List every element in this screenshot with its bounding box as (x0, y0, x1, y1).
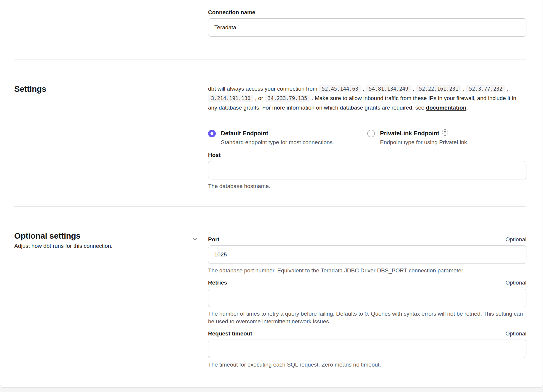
radio-selected-icon[interactable] (208, 130, 216, 137)
connection-name-left-spacer (14, 9, 198, 37)
port-label: Port (208, 236, 219, 243)
radio-unselected-icon[interactable] (367, 130, 375, 137)
ip-address-chip: 52.3.77.232 (466, 85, 505, 92)
host-label: Host (208, 152, 526, 159)
optional-settings-section: Optional settings Adjust how dbt runs fo… (0, 207, 543, 372)
connection-name-field: Connection name (208, 9, 526, 37)
request-timeout-label: Request timeout (208, 330, 252, 337)
right-edge-border (542, 0, 542, 392)
endpoint-radio-group: Default Endpoint Standard endpoint type … (208, 129, 526, 146)
optional-settings-heading-block: Optional settings Adjust how dbt runs fo… (14, 231, 113, 250)
ip-address-chip: 54.81.134.249 (366, 85, 411, 92)
retries-help-text: The number of times to retry a query bef… (208, 310, 526, 325)
ip-address-chip: 34.233.79.135 (265, 95, 310, 102)
connection-settings-card: Connection name Settings dbt will always… (0, 0, 543, 387)
host-field: Host The database hostname. (208, 152, 526, 190)
ip-address-chip: 52.45.144.63 (319, 85, 361, 92)
connection-name-input[interactable] (208, 18, 526, 37)
optional-settings-heading-col: Optional settings Adjust how dbt runs fo… (14, 231, 198, 369)
radio-default-endpoint-description: Standard endpoint type for most connecti… (221, 139, 334, 146)
optional-settings-heading: Optional settings (14, 231, 113, 241)
radio-privatelink-endpoint-description: Endpoint type for using PrivateLink. (380, 139, 469, 146)
request-timeout-label-row: Request timeout Optional (208, 330, 526, 337)
optional-settings-form-col: Port Optional The database port number. … (208, 236, 526, 369)
ip-address-chip: 52.22.161.231 (416, 85, 461, 92)
request-timeout-field: Request timeout Optional The timeout for… (208, 330, 526, 369)
retries-input[interactable] (208, 289, 526, 307)
connection-name-label: Connection name (208, 9, 526, 16)
chevron-down-icon (191, 236, 198, 242)
request-timeout-help-text: The timeout for executing each SQL reque… (208, 361, 526, 369)
host-help-text: The database hostname. (208, 182, 526, 190)
connection-name-section: Connection name (0, 0, 543, 60)
retries-optional-badge: Optional (505, 279, 526, 286)
settings-heading-col: Settings (14, 84, 198, 190)
retries-label-row: Retries Optional (208, 279, 526, 286)
settings-form-col: dbt will always access your connection f… (208, 84, 526, 190)
documentation-link[interactable]: documentation (426, 105, 466, 111)
settings-heading: Settings (14, 84, 198, 94)
radio-privatelink-endpoint-label: PrivateLink Endpoint ? (380, 129, 469, 137)
retries-label: Retries (208, 279, 227, 286)
radio-privatelink-endpoint[interactable]: PrivateLink Endpoint ? Endpoint type for… (367, 129, 526, 146)
question-circle-icon[interactable]: ? (442, 129, 448, 136)
port-field: Port Optional The database port number. … (208, 236, 526, 274)
radio-default-endpoint-label: Default Endpoint (221, 129, 334, 137)
ip-notice: dbt will always access your connection f… (208, 84, 526, 112)
optional-settings-subheading: Adjust how dbt runs for this connection. (14, 242, 113, 250)
ip-address-chip: 3.214.191.130 (208, 95, 253, 102)
port-label-row: Port Optional (208, 236, 526, 243)
radio-default-endpoint[interactable]: Default Endpoint Standard endpoint type … (208, 129, 367, 146)
radio-privatelink-endpoint-texts: PrivateLink Endpoint ? Endpoint type for… (380, 129, 469, 146)
port-help-text: The database port number. Equivalent to … (208, 267, 526, 274)
port-optional-badge: Optional (505, 236, 526, 243)
port-input[interactable] (208, 245, 526, 264)
settings-section: Settings dbt will always access your con… (0, 60, 543, 206)
collapse-section-button[interactable] (191, 236, 198, 242)
radio-privatelink-endpoint-label-text: PrivateLink Endpoint (380, 129, 439, 137)
radio-default-endpoint-texts: Default Endpoint Standard endpoint type … (221, 129, 334, 146)
retries-field: Retries Optional The number of times to … (208, 279, 526, 325)
request-timeout-input[interactable] (208, 340, 526, 358)
request-timeout-optional-badge: Optional (505, 330, 526, 337)
host-input[interactable] (208, 161, 526, 179)
